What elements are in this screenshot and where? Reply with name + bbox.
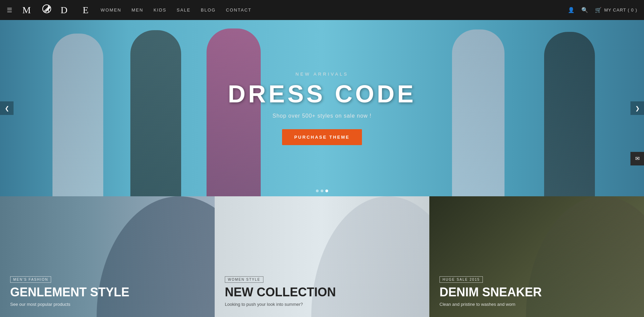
hamburger-menu-icon[interactable]: ☰	[7, 6, 12, 14]
panel-men-desc: See our most popular products	[10, 302, 205, 307]
panel-men-title: GENLEMENT STYLE	[10, 285, 205, 299]
panel-women-tag: WOMEN STYLE	[225, 276, 263, 283]
panel-denim[interactable]: HUGE SALE 2015 DENIM SNEAKER Clean and p…	[429, 196, 644, 317]
slider-next-button[interactable]: ❯	[630, 101, 644, 115]
hero-figure-5	[536, 32, 603, 196]
hero-description: Shop over 500+ styles on sale now !	[228, 113, 416, 119]
cart-button[interactable]: 🛒 MY CART ( 0 )	[595, 7, 637, 13]
slider-dot-3[interactable]	[325, 190, 328, 192]
slider-dot-1[interactable]	[316, 190, 319, 192]
site-logo[interactable]: M D E	[22, 4, 90, 16]
nav-sale[interactable]: SALE	[177, 7, 191, 13]
email-float-button[interactable]: ✉	[630, 152, 644, 165]
nav-men[interactable]: MEN	[132, 7, 144, 13]
email-icon: ✉	[635, 155, 640, 162]
cart-icon: 🛒	[595, 7, 602, 13]
hero-figure-2	[122, 30, 190, 196]
hero-slider: ❮ ❯ NEW ARRIVALS DRESS CODE Shop over 50…	[0, 20, 644, 196]
account-icon[interactable]: 👤	[568, 7, 575, 13]
nav-blog[interactable]: BLOG	[201, 7, 216, 13]
bottom-panels: MEN'S FASHION GENLEMENT STYLE See our mo…	[0, 196, 644, 317]
nav-kids[interactable]: KIDS	[153, 7, 166, 13]
header-left: ☰ M D E WOMEN MEN KIDS SALE BLOG CONTACT	[7, 4, 252, 16]
hero-title: DRESS CODE	[228, 80, 416, 108]
panel-denim-desc: Clean and pristine to washes and worn	[439, 302, 634, 307]
slider-dots	[316, 190, 328, 192]
main-nav: WOMEN MEN KIDS SALE BLOG CONTACT	[101, 7, 252, 13]
header-right: 👤 🔍 🛒 MY CART ( 0 )	[568, 7, 637, 13]
cart-label: MY CART ( 0 )	[604, 7, 637, 13]
nav-women[interactable]: WOMEN	[101, 7, 121, 13]
panel-men[interactable]: MEN'S FASHION GENLEMENT STYLE See our mo…	[0, 196, 215, 317]
panel-women[interactable]: WOMEN STYLE NEW COLLECTION Looking to pu…	[215, 196, 429, 317]
panel-denim-title: DENIM SNEAKER	[439, 285, 634, 299]
hero-figure-4	[444, 29, 512, 196]
panel-denim-tag: HUGE SALE 2015	[439, 276, 483, 283]
slider-dot-2[interactable]	[321, 190, 323, 192]
panel-women-title: NEW COLLECTION	[225, 285, 419, 299]
header: ☰ M D E WOMEN MEN KIDS SALE BLOG CONTACT…	[0, 0, 644, 20]
search-icon[interactable]: 🔍	[581, 7, 588, 13]
hero-cta-button[interactable]: PURCHASE THEME	[282, 129, 362, 145]
hero-subtitle: NEW ARRIVALS	[228, 72, 416, 77]
nav-contact[interactable]: CONTACT	[226, 7, 252, 13]
hero-figure-1	[44, 34, 112, 196]
slider-prev-button[interactable]: ❮	[0, 101, 14, 115]
hero-content: NEW ARRIVALS DRESS CODE Shop over 500+ s…	[228, 72, 416, 145]
panel-men-tag: MEN'S FASHION	[10, 276, 51, 283]
panel-women-desc: Looking to push your look into summer?	[225, 302, 419, 307]
